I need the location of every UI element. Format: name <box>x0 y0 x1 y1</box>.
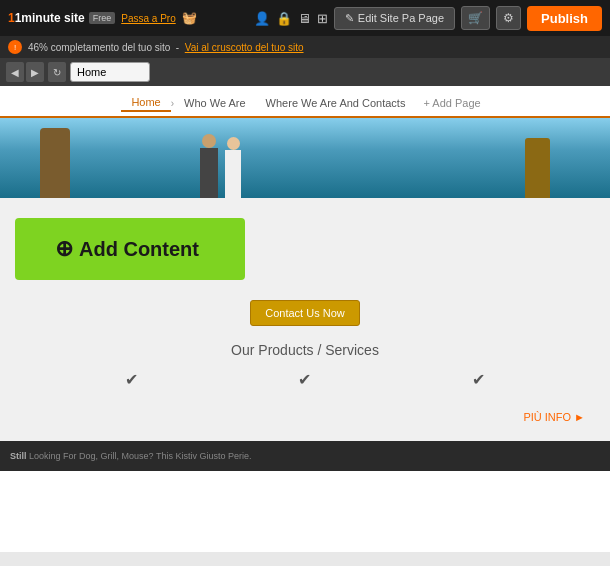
plus-icon: ⊕ <box>55 236 73 262</box>
cart-icon: 🛒 <box>468 11 483 25</box>
figure-boat-left <box>40 128 70 198</box>
top-bar: 11minute site Free Passa a Pro 🧺 👤 🔒 🖥 ⊞… <box>0 0 610 36</box>
settings-icon: ⚙ <box>503 11 514 25</box>
top-bar-right: 👤 🔒 🖥 ⊞ Edit Site Pa Page 🛒 ⚙ Publish <box>254 6 602 31</box>
logo-one: 1 <box>8 11 15 25</box>
logo-area: 11minute site Free <box>8 11 115 25</box>
publish-button[interactable]: Publish <box>527 6 602 31</box>
cart-basket-icon: 🧺 <box>182 11 197 25</box>
nav-item-contacts[interactable]: Where We Are And Contacts <box>256 95 416 111</box>
checkmark-2: ✔ <box>298 370 311 389</box>
forward-button[interactable]: ▶ <box>26 62 44 82</box>
cart-button[interactable]: 🛒 <box>461 6 490 30</box>
checkmark-1: ✔ <box>125 370 138 389</box>
add-page-button[interactable]: + Add Page <box>415 95 488 111</box>
hero-banner <box>0 118 610 198</box>
settings-button[interactable]: ⚙ <box>496 6 521 30</box>
user-icon[interactable]: 👤 <box>254 11 270 26</box>
checkmark-3: ✔ <box>472 370 485 389</box>
products-title: Our Products / Services <box>15 342 595 358</box>
passa-pro-link[interactable]: Passa a Pro <box>121 13 175 24</box>
pencil-icon <box>345 12 354 25</box>
back-button[interactable]: ◀ <box>6 62 24 82</box>
piu-info-arrow-icon: ► <box>574 411 585 423</box>
site-footer: Still Looking For Dog, Grill, Mouse? Thi… <box>0 441 610 471</box>
progress-text: 46% completamento del tuo sito - Vai al … <box>28 42 304 53</box>
free-badge: Free <box>89 12 116 24</box>
add-content-button[interactable]: ⊕ Add Content <box>15 218 245 280</box>
monitor-icon[interactable]: 🖥 <box>298 11 311 26</box>
nav-item-home[interactable]: Home <box>121 94 170 112</box>
site-frame: Home › Who We Are Where We Are And Conta… <box>0 86 610 552</box>
site-nav-items: Home › Who We Are Where We Are And Conta… <box>0 94 610 112</box>
refresh-button[interactable]: ↻ <box>48 62 66 82</box>
url-bar: ◀ ▶ ↻ <box>0 58 610 86</box>
edit-site-button[interactable]: Edit Site Pa Page <box>334 7 455 30</box>
grid-icon[interactable]: ⊞ <box>317 11 328 26</box>
contact-section: Contact Us Now <box>15 300 595 326</box>
progress-bar-area: ! 46% completamento del tuo sito - Vai a… <box>0 36 610 58</box>
top-bar-left: 11minute site Free Passa a Pro 🧺 <box>8 11 197 25</box>
add-content-section: ⊕ Add Content <box>15 218 595 280</box>
piu-info-link[interactable]: PIÙ INFO ► <box>523 411 585 423</box>
add-content-label: Add Content <box>79 238 199 261</box>
figure-person-male <box>200 134 218 198</box>
piu-info-section: PIÙ INFO ► <box>15 401 595 431</box>
nav-item-who-we-are[interactable]: Who We Are <box>174 95 256 111</box>
progress-link[interactable]: Vai al cruscotto del tuo sito <box>185 42 304 53</box>
lock-icon[interactable]: 🔒 <box>276 11 292 26</box>
contact-us-button[interactable]: Contact Us Now <box>250 300 359 326</box>
nav-arrows: ◀ ▶ <box>6 62 44 82</box>
site-nav: Home › Who We Are Where We Are And Conta… <box>0 86 610 118</box>
logo-text: 11minute site <box>8 11 85 25</box>
figure-boat-right <box>525 138 550 198</box>
footer-text-start: Still <box>10 451 27 461</box>
footer-text-main: Looking For Dog, Grill, Mouse? This Kist… <box>29 451 251 461</box>
products-checkmarks: ✔ ✔ ✔ <box>15 370 595 389</box>
products-section: Our Products / Services ✔ ✔ ✔ <box>15 342 595 389</box>
figure-person-female <box>225 137 241 198</box>
progress-icon: ! <box>8 40 22 54</box>
piu-info-label: PIÙ INFO <box>523 411 571 423</box>
main-content: ⊕ Add Content Contact Us Now Our Product… <box>0 198 610 441</box>
footer-text: Still Looking For Dog, Grill, Mouse? Thi… <box>10 451 251 461</box>
url-input[interactable] <box>70 62 150 82</box>
